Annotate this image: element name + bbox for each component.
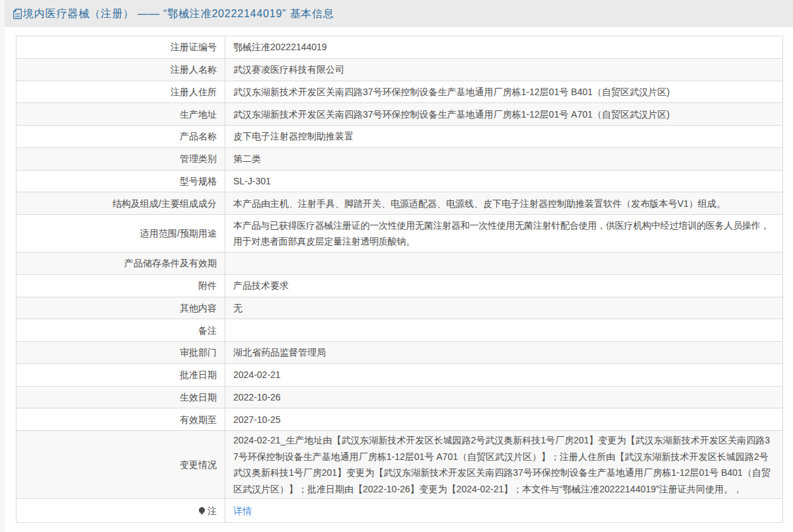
row-value: 本产品由主机、注射手具、脚踏开关、电源适配器、电源线、皮下电子注射器控制助推装置… xyxy=(225,192,783,215)
row-value: 详情 xyxy=(225,499,783,523)
table-row: 型号规格SL-J-301 xyxy=(17,170,783,192)
row-label: 注册人住所 xyxy=(17,81,225,103)
page-title: 境内医疗器械（注册） —— “鄂械注准20222144019” 基本信息 xyxy=(23,6,334,21)
row-value: 2024-02-21 xyxy=(225,363,783,386)
row-value: 第二类 xyxy=(225,147,783,170)
row-value: 皮下电子注射器控制助推装置 xyxy=(225,126,783,148)
row-label: 产品储存条件及有效期 xyxy=(17,252,225,275)
row-label: 适用范围/预期用途 xyxy=(17,215,225,252)
detail-link[interactable]: 详情 xyxy=(233,506,252,516)
info-table-body: 注册证编号鄂械注准20222144019注册人名称武汉赛凌医疗科技有限公司注册人… xyxy=(17,36,783,523)
table-row: 其他内容无 xyxy=(17,297,783,319)
table-row: 管理类别第二类 xyxy=(17,147,783,170)
row-value: 武汉赛凌医疗科技有限公司 xyxy=(225,58,783,81)
row-label: 审批部门 xyxy=(17,342,225,364)
row-label: 生效日期 xyxy=(17,386,225,408)
row-label: 其他内容 xyxy=(17,297,225,319)
row-label: 结构及组成/主要组成成分 xyxy=(17,192,225,215)
row-label: 有效期至 xyxy=(17,408,225,431)
table-row: 生效日期2022-10-26 xyxy=(17,386,783,408)
row-value: 无 xyxy=(225,297,783,319)
row-value: 2022-10-26 xyxy=(225,386,783,408)
row-value: 产品技术要求 xyxy=(225,274,783,297)
table-row: 适用范围/预期用途本产品与已获得医疗器械注册证的一次性使用无菌注射器和一次性使用… xyxy=(17,215,783,252)
table-row: 附件产品技术要求 xyxy=(17,274,783,297)
row-label: 附件 xyxy=(17,274,225,297)
table-row: 生产地址武汉东湖新技术开发区关南四路37号环保控制设备生产基地通用厂房栋1-12… xyxy=(17,103,783,126)
table-row: 审批部门湖北省药品监督管理局 xyxy=(17,342,783,364)
table-row: 产品名称皮下电子注射器控制助推装置 xyxy=(17,126,783,148)
row-value: 武汉东湖新技术开发区关南四路37号环保控制设备生产基地通用厂房栋1-12层01号… xyxy=(225,103,783,126)
content-panel: 注册证编号鄂械注准20222144019注册人名称武汉赛凌医疗科技有限公司注册人… xyxy=(5,27,793,532)
row-label: 型号规格 xyxy=(17,170,225,192)
table-row: 有效期至2027-10-25 xyxy=(17,408,783,431)
table-row: 结构及组成/主要组成成分本产品由主机、注射手具、脚踏开关、电源适配器、电源线、皮… xyxy=(17,192,783,215)
row-label: 注 xyxy=(17,499,225,523)
table-row: 注册人名称武汉赛凌医疗科技有限公司 xyxy=(17,58,783,81)
table-row: 批准日期2024-02-21 xyxy=(17,363,783,386)
row-value: 2024-02-21_生产地址由【武汉东湖新技术开发区长城园路2号武汉奥新科技1… xyxy=(225,431,783,499)
row-value xyxy=(225,252,783,275)
row-value: 湖北省药品监督管理局 xyxy=(225,342,783,364)
document-icon xyxy=(13,9,22,19)
row-value: 本产品与已获得医疗器械注册证的一次性使用无菌注射器和一次性使用无菌注射针配合使用… xyxy=(225,215,783,252)
table-row: 注详情 xyxy=(17,499,783,523)
table-row: 变更情况2024-02-21_生产地址由【武汉东湖新技术开发区长城园路2号武汉奥… xyxy=(17,431,783,499)
row-value: 武汉东湖新技术开发区关南四路37号环保控制设备生产基地通用厂房栋1-12层01号… xyxy=(225,81,783,103)
table-row: 产品储存条件及有效期 xyxy=(17,252,783,275)
bulb-icon xyxy=(198,507,206,515)
row-label: 变更情况 xyxy=(17,431,225,499)
row-value xyxy=(225,319,783,342)
row-label: 管理类别 xyxy=(17,147,225,170)
table-row: 注册人住所武汉东湖新技术开发区关南四路37号环保控制设备生产基地通用厂房栋1-1… xyxy=(17,81,783,103)
table-row: 备注 xyxy=(17,319,783,342)
row-label: 生产地址 xyxy=(17,103,225,126)
row-value: SL-J-301 xyxy=(225,170,783,192)
row-value: 2027-10-25 xyxy=(225,408,783,431)
row-label: 备注 xyxy=(17,319,225,342)
row-label: 注册证编号 xyxy=(17,36,225,59)
row-label: 注册人名称 xyxy=(17,58,225,81)
row-value: 鄂械注准20222144019 xyxy=(225,36,783,59)
info-table: 注册证编号鄂械注准20222144019注册人名称武汉赛凌医疗科技有限公司注册人… xyxy=(16,36,783,523)
table-row: 注册证编号鄂械注准20222144019 xyxy=(17,36,783,59)
row-label: 产品名称 xyxy=(17,126,225,148)
row-label: 批准日期 xyxy=(17,363,225,386)
page-header: 境内医疗器械（注册） —— “鄂械注准20222144019” 基本信息 xyxy=(5,0,793,27)
row-label-text: 注 xyxy=(208,506,217,516)
